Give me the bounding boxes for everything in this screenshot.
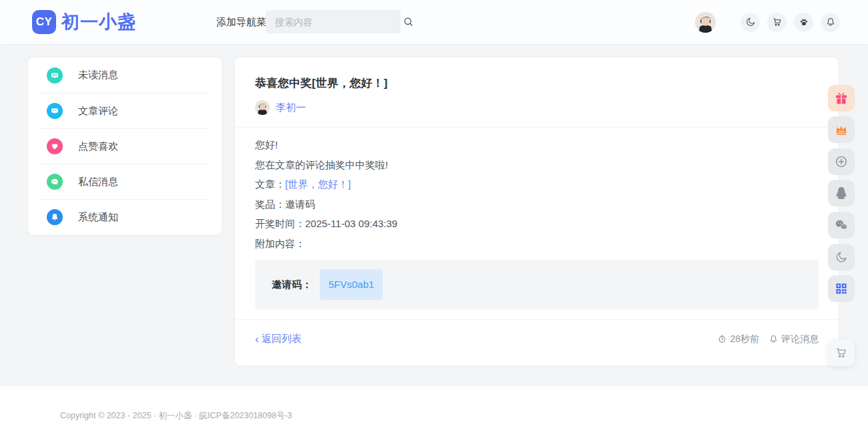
body-line-extra: 附加内容： [255,234,819,254]
sidebar-item-unread[interactable]: NEW 未读消息 [40,57,210,93]
back-to-list-link[interactable]: ‹ 返回列表 [255,333,302,345]
category-label: 评论消息 [781,333,819,345]
sidebar-item-label: 点赞喜欢 [78,140,118,153]
crown-icon[interactable] [828,116,855,143]
body-line-time: 开奖时间：2025-11-03 09:43:39 [255,214,819,234]
dark-mode-rail-icon[interactable] [828,244,855,271]
clock-icon [717,334,727,344]
sidebar-item-label: 文章评论 [78,105,118,118]
message-type-sidebar: NEW 未读消息 文章评论 点赞喜欢 私信消息 系统通知 [28,57,222,235]
author-avatar [255,100,270,115]
back-link-label: 返回列表 [262,333,302,345]
message-header: 恭喜您中奖[世界，您好！] 李初一 [235,57,839,115]
body-line: 您好! [255,135,819,155]
sidebar-item-label: 系统通知 [78,211,118,224]
message-meta: 28秒前 评论消息 [708,333,819,345]
article-label: 文章： [255,178,285,190]
svg-text:NEW: NEW [53,73,57,76]
body-line-article: 文章：[世界，您好！] [255,174,819,194]
user-avatar[interactable] [695,12,716,33]
invite-code-box: 邀请码： 5FVs0ab1 [255,260,819,309]
qr-code-icon[interactable] [828,275,855,302]
brand-logo[interactable]: CY 初一小盏 [32,10,136,34]
navbar-actions [695,0,840,44]
qq-icon[interactable] [828,180,855,206]
wechat-icon[interactable] [828,212,855,239]
chevron-left-icon: ‹ [255,333,259,345]
sidebar-item-label: 未读消息 [78,69,118,82]
notification-bell-icon [47,209,63,225]
time-ago: 28秒前 [730,333,759,345]
sidebar-item-likes[interactable]: 点赞喜欢 [40,128,210,164]
comment-icon [47,103,63,119]
paw-icon[interactable] [794,13,813,32]
category-group: 评论消息 [769,333,819,345]
brand-logo-badge: CY [32,10,56,34]
search-icon[interactable] [403,16,414,27]
message-title: 恭喜您中奖[世界，您好！] [255,76,819,91]
time-ago-group: 28秒前 [717,333,759,345]
copyright-text: Copyright © 2023 - 2025 · 初一小盏 · 皖ICP备20… [60,410,292,422]
article-link[interactable]: [世界，您好！] [285,178,351,190]
gift-icon[interactable] [828,85,855,112]
heart-icon [47,138,63,154]
dark-mode-icon[interactable] [740,13,760,32]
sidebar-item-comments[interactable]: 文章评论 [40,93,210,128]
message-detail-card: 恭喜您中奖[世界，您好！] 李初一 您好! 您在文章的评论抽奖中中奖啦! 文章：… [235,57,839,365]
new-message-icon: NEW [47,67,63,84]
circle-plus-icon[interactable] [828,148,855,175]
sidebar-item-system[interactable]: 系统通知 [40,199,210,235]
body-line: 您在文章的评论抽奖中中奖啦! [255,155,819,175]
sidebar-item-private[interactable]: 私信消息 [40,164,210,199]
sidebar-item-label: 私信消息 [78,176,118,188]
chat-icon [47,174,63,190]
cart-icon[interactable] [767,13,787,32]
invite-code-value[interactable]: 5FVs0ab1 [320,269,383,300]
invite-code-label: 邀请码： [272,275,312,295]
bell-small-icon [769,334,779,344]
bell-icon[interactable] [821,13,840,32]
search-box [266,10,401,33]
message-body: 您好! 您在文章的评论抽奖中中奖啦! 文章：[世界，您好！] 奖品：邀请码 开奖… [235,128,839,309]
cart-fab-icon[interactable] [828,339,855,366]
author-row[interactable]: 李初一 [255,100,819,115]
message-footer: ‹ 返回列表 28秒前 评论消息 [235,320,839,345]
body-line-prize: 奖品：邀请码 [255,194,819,214]
brand-name: 初一小盏 [61,10,136,34]
author-name-link[interactable]: 李初一 [276,102,306,114]
search-input[interactable] [266,17,403,27]
top-navbar: CY 初一小盏 添加导航菜单 [0,0,868,44]
page-footer: Copyright © 2023 - 2025 · 初一小盏 · 皖ICP备20… [0,386,868,447]
